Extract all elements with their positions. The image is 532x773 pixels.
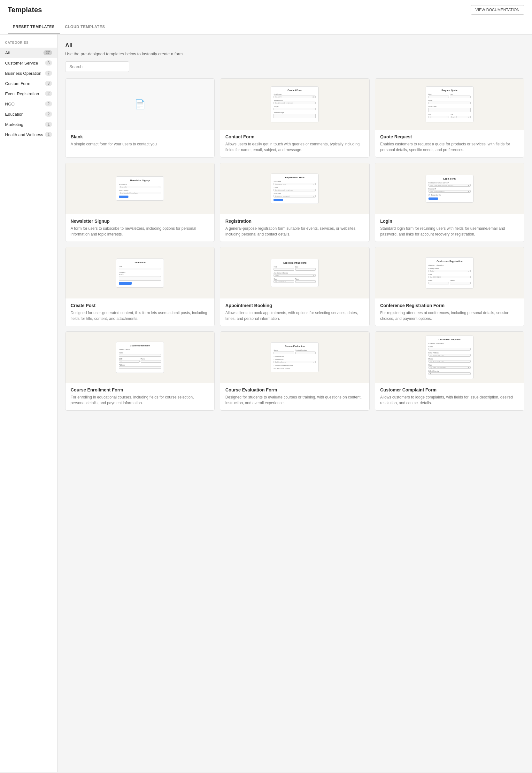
template-card-appointment-booking[interactable]: Appointment Booking FirstLast Appointmen… (220, 247, 369, 326)
templates-grid: 📄 Blank A simple contact form for your u… (65, 78, 524, 411)
template-description: For registering attendees at conferences… (380, 310, 519, 321)
sidebar-item-education[interactable]: Education 2 (0, 109, 57, 119)
template-preview-blank: 📄 (66, 79, 214, 130)
template-card-login[interactable]: Login Form Username or Email address*Ent… (375, 163, 524, 242)
sidebar-item-health-and-wellness[interactable]: Health and Wellness 1 (0, 129, 57, 140)
sidebar-item-count: 2 (45, 91, 52, 96)
sidebar-item-count: 1 (45, 132, 52, 137)
template-info: Appointment Booking Allows clients to bo… (220, 298, 369, 326)
sidebar-item-custom-form[interactable]: Custom Form 3 (0, 78, 57, 89)
sidebar-item-label: Marketing (5, 122, 23, 127)
template-name: Login (380, 219, 519, 224)
template-card-conference-registration[interactable]: Conference Registration Attendant Inform… (375, 247, 524, 326)
sidebar-item-business-operation[interactable]: Business Operation 7 (0, 68, 57, 78)
template-preview-contact: Contact Form First NameE.g. John⬜ Your A… (220, 79, 369, 130)
template-description: For enrolling in educational courses, in… (71, 394, 209, 406)
sidebar-item-label: Event Registration (5, 91, 39, 96)
blank-file-icon: 📄 (135, 99, 146, 110)
template-description: Designed for students to evaluate course… (225, 394, 364, 406)
template-name: Course Enrollment Form (71, 387, 209, 392)
template-preview-appointment: Appointment Booking FirstLast Appointmen… (220, 247, 369, 298)
template-description: Allows clients to book appointments, wit… (225, 310, 364, 321)
template-name: Appointment Booking (225, 303, 364, 308)
sidebar-item-label: Business Operation (5, 71, 41, 76)
template-info: Registration A general-purpose registrat… (220, 214, 369, 242)
tab-cloud-templates[interactable]: CLOUD TEMPLATES (60, 20, 110, 34)
template-info: Course Evaluation Form Designed for stud… (220, 383, 369, 410)
template-name: Contact Form (225, 134, 364, 139)
sidebar-item-count: 1 (45, 122, 52, 127)
template-info: Contact Form Allows users to easily get … (220, 130, 369, 157)
content-description: Use the pre-designed templates below to … (65, 51, 524, 56)
template-preview-evaluation: Course Evaluation NameStudent Number Cou… (220, 332, 369, 383)
sidebar-item-customer-service[interactable]: Customer Service 8 (0, 58, 57, 68)
template-info: Newsletter Signup A form for users to su… (66, 214, 214, 242)
template-name: Newsletter Signup (71, 219, 209, 224)
page-header: Templates VIEW DOCUMENTATION (0, 0, 532, 20)
template-preview-conference: Conference Registration Attendant Inform… (375, 247, 524, 298)
template-info: Blank A simple contact form for your use… (66, 130, 214, 151)
template-card-course-enrollment[interactable]: Course Enrollment Student Details Name D… (65, 331, 215, 411)
template-info: Customer Complaint Form Allows customers… (375, 383, 524, 410)
sidebar-item-marketing[interactable]: Marketing 1 (0, 119, 57, 129)
search-input[interactable] (65, 61, 129, 72)
sidebar-item-count: 27 (43, 50, 52, 55)
tabs-bar: PRESET TEMPLATESCLOUD TEMPLATES (0, 20, 532, 35)
sidebar-item-all[interactable]: All 27 (0, 48, 57, 58)
tab-preset-templates[interactable]: PRESET TEMPLATES (8, 20, 60, 34)
sidebar-item-label: NGO (5, 102, 15, 106)
template-preview-enrollment: Course Enrollment Student Details Name D… (66, 332, 214, 383)
sidebar-item-count: 2 (45, 101, 52, 106)
template-card-blank[interactable]: 📄 Blank A simple contact form for your u… (65, 78, 215, 158)
template-info: Conference Registration Form For registe… (375, 298, 524, 326)
template-description: Designed for user-generated content, thi… (71, 310, 209, 321)
sidebar-item-ngo[interactable]: NGO 2 (0, 99, 57, 109)
template-preview-complaint: Customer Complaint Customer Information … (375, 332, 524, 383)
sidebar-item-label: All (5, 50, 11, 55)
template-name: Create Post (71, 303, 209, 308)
template-preview-quote: Request Quote FirstLast Email Descriptio… (375, 79, 524, 130)
template-info: Create Post Designed for user-generated … (66, 298, 214, 326)
sidebar: CATEGORIES All 27 Customer Service 8 Bus… (0, 35, 58, 772)
sidebar-item-count: 3 (45, 81, 52, 86)
view-documentation-button[interactable]: VIEW DOCUMENTATION (471, 5, 524, 15)
template-preview-registration: Registration Form UsernameUsername here▼… (220, 163, 369, 214)
template-name: Quote Request (380, 134, 519, 139)
template-name: Course Evaluation Form (225, 387, 364, 392)
template-name: Customer Complaint Form (380, 387, 519, 392)
sidebar-item-event-registration[interactable]: Event Registration 2 (0, 89, 57, 99)
template-card-course-evaluation[interactable]: Course Evaluation NameStudent Number Cou… (220, 331, 369, 411)
template-description: A simple contact form for your users to … (71, 141, 209, 147)
template-preview-newsletter: Newsletter Signup First NameE.g. John▼ Y… (66, 163, 214, 214)
content-header: All Use the pre-designed templates below… (65, 42, 524, 56)
template-preview-create-post: Create Post Title TemplateB I U ~~ (66, 247, 214, 298)
template-description: Standard login form for returning users … (380, 226, 519, 237)
template-card-quote-request[interactable]: Request Quote FirstLast Email Descriptio… (375, 78, 524, 158)
sidebar-item-label: Education (5, 112, 24, 117)
template-info: Course Enrollment Form For enrolling in … (66, 383, 214, 410)
sidebar-item-label: Customer Service (5, 61, 38, 66)
template-name: Blank (71, 134, 209, 139)
sidebar-item-label: Custom Form (5, 81, 30, 86)
main-layout: CATEGORIES All 27 Customer Service 8 Bus… (0, 35, 532, 772)
template-info: Login Standard login form for returning … (375, 214, 524, 242)
template-info: Quote Request Enables customers to reque… (375, 130, 524, 157)
content-area: All Use the pre-designed templates below… (58, 35, 532, 772)
content-title: All (65, 42, 524, 49)
template-name: Conference Registration Form (380, 303, 519, 308)
template-card-registration[interactable]: Registration Form UsernameUsername here▼… (220, 163, 369, 242)
sidebar-item-count: 8 (45, 60, 52, 66)
sidebar-section-title: CATEGORIES (0, 41, 57, 48)
template-card-create-post[interactable]: Create Post Title TemplateB I U ~~ Creat… (65, 247, 215, 326)
template-card-customer-complaint[interactable]: Customer Complaint Customer Information … (375, 331, 524, 411)
sidebar-item-count: 7 (45, 71, 52, 76)
template-card-contact-form[interactable]: Contact Form First NameE.g. John⬜ Your A… (220, 78, 369, 158)
sidebar-item-count: 2 (45, 112, 52, 117)
template-card-newsletter-signup[interactable]: Newsletter Signup First NameE.g. John▼ Y… (65, 163, 215, 242)
page-title: Templates (8, 6, 42, 14)
sidebar-item-label: Health and Wellness (5, 132, 43, 137)
template-description: Allows customers to lodge complaints, wi… (380, 394, 519, 406)
template-description: Enables customers to request a quote for… (380, 141, 519, 153)
template-description: A general-purpose registration form suit… (225, 226, 364, 237)
template-preview-login: Login Form Username or Email address*Ent… (375, 163, 524, 214)
